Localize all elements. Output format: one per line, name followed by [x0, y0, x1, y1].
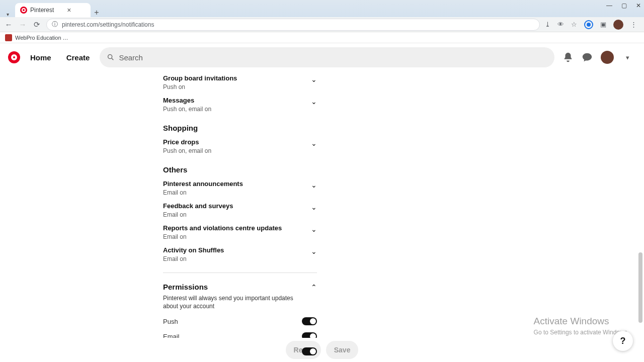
chevron-down-icon: ⌄ — [311, 202, 317, 211]
row-title: Reports and violations centre updates — [163, 224, 282, 232]
site-info-icon[interactable]: ⓘ — [52, 20, 58, 29]
user-avatar[interactable] — [601, 51, 614, 64]
close-window-icon[interactable]: ✕ — [636, 2, 641, 9]
permission-push: Push — [163, 317, 317, 325]
row-title: Pinterest announcements — [163, 180, 243, 188]
chevron-down-icon: ⌄ — [311, 74, 317, 83]
help-icon: ? — [620, 336, 626, 346]
browser-titlebar: ▾ Pinterest × + — ▢ ✕ — [0, 0, 644, 17]
section-shopping: Shopping — [163, 124, 317, 132]
maximize-icon[interactable]: ▢ — [621, 2, 627, 9]
extensions-icon[interactable]: ▣ — [600, 21, 606, 28]
setting-price-drops[interactable]: Price drops Push on, email on ⌄ — [163, 135, 317, 157]
row-title: Activity on Shuffles — [163, 246, 224, 254]
forward-icon: → — [18, 20, 27, 29]
chevron-down-icon: ⌄ — [311, 180, 317, 189]
tab-list-dropdown-icon[interactable]: ▾ — [4, 12, 11, 17]
browser-address-bar: ← → ⟳ ⓘ pinterest.com/settings/notificat… — [0, 17, 644, 32]
setting-feedback-surveys[interactable]: Feedback and surveys Email on ⌄ — [163, 199, 317, 221]
url-field[interactable]: ⓘ pinterest.com/settings/notifications — [46, 19, 540, 31]
minimize-icon[interactable]: — — [606, 2, 612, 9]
close-tab-icon[interactable]: × — [67, 6, 71, 14]
svg-line-1 — [112, 58, 113, 60]
eye-off-icon[interactable]: 👁 — [557, 21, 564, 28]
chevron-down-icon: ⌄ — [311, 97, 317, 106]
watermark-title: Activate Windows — [534, 316, 629, 327]
setting-group-board-invitations[interactable]: Group board invitations Push on ⌄ — [163, 71, 317, 94]
url-text: pinterest.com/settings/notifications — [62, 21, 154, 28]
row-subtitle: Push on, email on — [163, 147, 211, 154]
row-subtitle: Email on — [163, 189, 243, 196]
row-title: Feedback and surveys — [163, 202, 233, 210]
chevron-down-icon: ⌄ — [311, 138, 317, 147]
row-subtitle: Email on — [163, 233, 282, 240]
profile-sync-icon[interactable] — [584, 20, 593, 29]
help-button[interactable]: ? — [613, 331, 633, 351]
bookmark-item[interactable]: WebPro Education … — [15, 35, 68, 41]
window-controls: — ▢ ✕ — [606, 2, 641, 9]
bookmarks-bar: WebPro Education … — [0, 32, 644, 43]
permissions-description: Pinterest will always send you important… — [163, 294, 304, 310]
setting-messages[interactable]: Messages Push on, email on ⌄ — [163, 94, 317, 116]
save-button[interactable]: Save — [326, 341, 359, 359]
toggle-push[interactable] — [302, 317, 317, 325]
pinterest-header: Home Create Search ▾ — [0, 43, 644, 71]
search-input[interactable]: Search — [100, 47, 554, 67]
browser-avatar[interactable] — [613, 20, 623, 30]
toggle-inapp[interactable] — [302, 347, 317, 355]
row-subtitle: Push on — [163, 83, 237, 90]
setting-reports-violations[interactable]: Reports and violations centre updates Em… — [163, 221, 317, 243]
chevron-down-icon: ⌄ — [311, 246, 317, 255]
row-title: Price drops — [163, 138, 211, 146]
pinterest-logo-icon[interactable] — [8, 51, 20, 63]
setting-activity-shuffles[interactable]: Activity on Shuffles Email on ⌄ — [163, 243, 317, 265]
browser-menu-icon[interactable]: ⋮ — [630, 21, 637, 28]
scrollbar-thumb[interactable] — [638, 252, 642, 323]
notifications-bell-icon[interactable] — [562, 52, 574, 63]
search-placeholder: Search — [119, 53, 143, 62]
back-icon[interactable]: ← — [4, 20, 13, 29]
svg-point-0 — [108, 55, 112, 59]
settings-footer: Reset Save — [0, 338, 644, 362]
setting-pinterest-announcements[interactable]: Pinterest announcements Email on ⌄ — [163, 177, 317, 199]
messages-chat-icon[interactable] — [582, 52, 593, 63]
row-title: Messages — [163, 97, 211, 104]
nav-home[interactable]: Home — [25, 49, 56, 66]
row-subtitle: Email on — [163, 211, 233, 218]
new-tab-button[interactable]: + — [91, 8, 103, 17]
nav-create[interactable]: Create — [61, 49, 95, 66]
chevron-up-icon: ⌃ — [311, 282, 317, 291]
bookmark-favicon-icon — [5, 34, 12, 41]
row-subtitle: Push on, email on — [163, 106, 211, 113]
tab-title: Pinterest — [30, 7, 54, 14]
pinterest-favicon-icon — [20, 7, 27, 14]
permission-label: Push — [163, 318, 178, 325]
account-menu-chevron-icon[interactable]: ▾ — [622, 52, 633, 63]
row-subtitle: Email on — [163, 255, 224, 262]
row-title: Group board invitations — [163, 74, 237, 82]
browser-tab[interactable]: Pinterest × — [15, 3, 91, 17]
install-app-icon[interactable]: ⤓ — [545, 21, 550, 28]
permissions-header[interactable]: Permissions ⌃ — [163, 282, 317, 291]
divider — [163, 273, 317, 273]
permissions-title: Permissions — [163, 283, 208, 291]
search-icon — [107, 53, 115, 61]
scrollbar[interactable] — [638, 71, 643, 338]
section-others: Others — [163, 165, 317, 174]
chevron-down-icon: ⌄ — [311, 224, 317, 233]
windows-activation-watermark: Activate Windows Go to Settings to activ… — [534, 316, 629, 336]
reload-icon[interactable]: ⟳ — [32, 20, 41, 29]
bookmark-star-icon[interactable]: ☆ — [571, 21, 577, 28]
